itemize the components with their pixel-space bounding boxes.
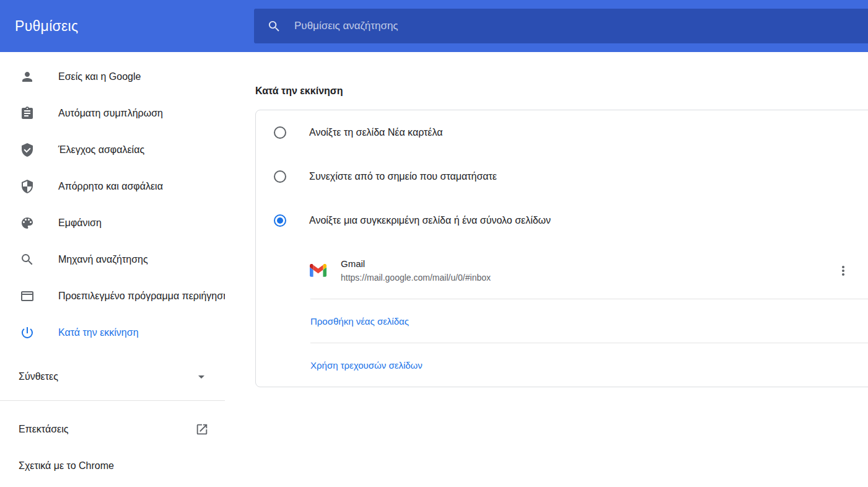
- person-icon: [20, 69, 35, 84]
- open-in-new-icon: [195, 423, 209, 436]
- gmail-icon: [310, 264, 327, 277]
- chevron-down-icon: [194, 369, 209, 384]
- radio-option-label: Ανοίξτε μια συγκεκριμένη σελίδα ή ένα σύ…: [309, 215, 551, 226]
- sidebar-item-advanced[interactable]: Σύνθετες: [0, 358, 225, 395]
- autofill-icon: [20, 106, 35, 121]
- sidebar-item-label: Εσείς και η Google: [58, 71, 141, 82]
- search-icon: [20, 252, 35, 267]
- settings-header: Ρυθμίσεις: [0, 0, 868, 52]
- on-startup-card: Ανοίξτε τη σελίδα Νέα καρτέλα Συνεχίστε …: [255, 110, 868, 387]
- sidebar-item-appearance[interactable]: Εμφάνιση: [0, 204, 225, 241]
- search-icon: [267, 19, 281, 33]
- sidebar-item-search-engine[interactable]: Μηχανή αναζήτησης: [0, 241, 225, 278]
- radio-option-label: Ανοίξτε τη σελίδα Νέα καρτέλα: [309, 127, 443, 138]
- main-content: Κατά την εκκίνηση Ανοίξτε τη σελίδα Νέα …: [225, 52, 868, 487]
- startup-page-url: https://mail.google.com/mail/u/0/#inbox: [341, 273, 491, 283]
- sidebar-item-label: Εμφάνιση: [58, 217, 102, 229]
- startup-page-info: Gmail https://mail.google.com/mail/u/0/#…: [341, 258, 491, 283]
- radio-button[interactable]: [274, 170, 286, 183]
- use-current-pages-link[interactable]: Χρήση τρεχουσών σελίδων: [310, 360, 423, 371]
- power-icon: [20, 325, 35, 340]
- sidebar-item-privacy-security[interactable]: Απόρρητο και ασφάλεια: [0, 168, 225, 204]
- sidebar-item-you-and-google[interactable]: Εσείς και η Google: [0, 58, 225, 95]
- radio-option-open-new-tab[interactable]: Ανοίξτε τη σελίδα Νέα καρτέλα: [256, 110, 868, 154]
- advanced-label: Σύνθετες: [19, 371, 58, 382]
- palette-icon: [20, 216, 35, 230]
- add-new-page-row: Προσθήκη νέας σελίδας: [256, 299, 868, 343]
- settings-search-bar[interactable]: [254, 9, 868, 43]
- search-input[interactable]: [294, 20, 868, 32]
- more-vert-icon: [836, 263, 851, 278]
- sidebar-item-label: Προεπιλεγμένο πρόγραμμα περιήγησης: [58, 291, 225, 302]
- sidebar-item-label: Κατά την εκκίνηση: [58, 327, 139, 338]
- section-title: Κατά την εκκίνηση: [255, 86, 868, 97]
- radio-option-open-specific-pages[interactable]: Ανοίξτε μια συγκεκριμένη σελίδα ή ένα σύ…: [256, 198, 868, 242]
- page-title: Ρυθμίσεις: [15, 18, 78, 35]
- radio-button[interactable]: [274, 214, 286, 227]
- sidebar-item-label: Μηχανή αναζήτησης: [58, 254, 148, 265]
- sidebar-item-autofill[interactable]: Αυτόματη συμπλήρωση: [0, 95, 225, 131]
- sidebar-item-default-browser[interactable]: Προεπιλεγμένο πρόγραμμα περιήγησης: [0, 278, 225, 314]
- sidebar-item-label: Έλεγχος ασφαλείας: [58, 144, 144, 156]
- use-current-pages-row: Χρήση τρεχουσών σελίδων: [256, 343, 868, 387]
- sidebar-item-label: Αυτόματη συμπλήρωση: [58, 108, 163, 119]
- sidebar-divider: [0, 400, 225, 401]
- sidebar: Εσείς και η Google Αυτόματη συμπλήρωση Έ…: [0, 52, 225, 487]
- sidebar-item-safety-check[interactable]: Έλεγχος ασφαλείας: [0, 131, 225, 168]
- sidebar-item-label: Απόρρητο και ασφάλεια: [58, 181, 163, 192]
- privacy-shield-icon: [20, 179, 35, 194]
- add-new-page-link[interactable]: Προσθήκη νέας σελίδας: [310, 316, 409, 327]
- sidebar-item-extensions[interactable]: Επεκτάσεις: [0, 411, 225, 447]
- radio-option-continue[interactable]: Συνεχίστε από το σημείο που σταματήσατε: [256, 154, 868, 198]
- browser-icon: [20, 289, 35, 304]
- radio-option-label: Συνεχίστε από το σημείο που σταματήσατε: [309, 171, 497, 182]
- startup-page-row: Gmail https://mail.google.com/mail/u/0/#…: [256, 242, 868, 299]
- startup-page-name: Gmail: [341, 258, 491, 269]
- sidebar-item-about-chrome[interactable]: Σχετικά με το Chrome: [0, 447, 225, 484]
- safety-check-icon: [20, 143, 35, 157]
- sidebar-item-on-startup[interactable]: Κατά την εκκίνηση: [0, 314, 225, 351]
- about-label: Σχετικά με το Chrome: [19, 460, 114, 472]
- extensions-label: Επεκτάσεις: [19, 424, 68, 435]
- radio-button[interactable]: [274, 126, 286, 139]
- more-options-button[interactable]: [831, 259, 855, 283]
